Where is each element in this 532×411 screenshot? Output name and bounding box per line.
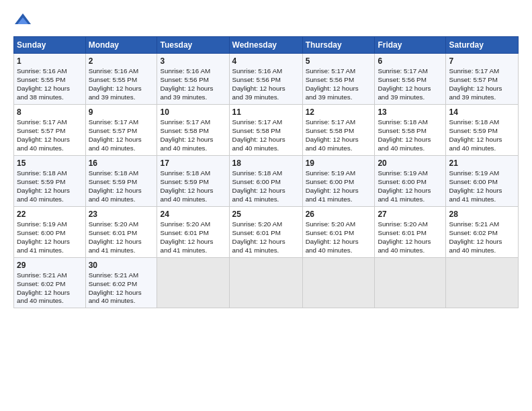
day-info: Sunrise: 5:21 AM Sunset: 6:02 PM Dayligh… [17,271,83,306]
col-friday: Friday [375,37,446,54]
page: Sunday Monday Tuesday Wednesday Thursday… [0,0,532,411]
day-number: 28 [449,209,515,220]
table-row: 11Sunrise: 5:17 AM Sunset: 5:58 PM Dayli… [229,104,302,155]
day-number: 1 [17,56,83,66]
table-row: 19Sunrise: 5:19 AM Sunset: 6:00 PM Dayli… [302,155,375,206]
table-row: 26Sunrise: 5:20 AM Sunset: 6:01 PM Dayli… [302,206,375,257]
day-info: Sunrise: 5:17 AM Sunset: 5:56 PM Dayligh… [306,67,372,102]
day-number: 18 [232,158,300,169]
table-row: 9Sunrise: 5:17 AM Sunset: 5:57 PM Daylig… [85,104,157,155]
day-info: Sunrise: 5:20 AM Sunset: 6:01 PM Dayligh… [89,220,154,255]
calendar: Sunday Monday Tuesday Wednesday Thursday… [13,36,519,308]
table-row [446,257,519,308]
table-row: 27Sunrise: 5:20 AM Sunset: 6:01 PM Dayli… [375,206,446,257]
table-row: 29Sunrise: 5:21 AM Sunset: 6:02 PM Dayli… [14,257,86,308]
day-info: Sunrise: 5:20 AM Sunset: 6:01 PM Dayligh… [378,220,443,255]
day-info: Sunrise: 5:18 AM Sunset: 5:59 PM Dayligh… [89,169,154,204]
table-row [157,257,229,308]
day-info: Sunrise: 5:18 AM Sunset: 5:59 PM Dayligh… [17,169,83,204]
day-number: 4 [232,56,300,66]
table-row [229,257,302,308]
table-row: 12Sunrise: 5:17 AM Sunset: 5:58 PM Dayli… [302,104,375,155]
table-row: 10Sunrise: 5:17 AM Sunset: 5:58 PM Dayli… [157,104,229,155]
col-monday: Monday [85,37,157,54]
table-row: 2Sunrise: 5:16 AM Sunset: 5:55 PM Daylig… [85,54,157,105]
table-row: 15Sunrise: 5:18 AM Sunset: 5:59 PM Dayli… [14,155,86,206]
table-row [375,257,446,308]
day-info: Sunrise: 5:18 AM Sunset: 5:59 PM Dayligh… [160,169,226,204]
day-info: Sunrise: 5:20 AM Sunset: 6:01 PM Dayligh… [306,220,372,255]
day-info: Sunrise: 5:21 AM Sunset: 6:02 PM Dayligh… [449,220,515,255]
day-info: Sunrise: 5:20 AM Sunset: 6:01 PM Dayligh… [232,220,300,255]
logo-icon [13,11,32,30]
table-row: 24Sunrise: 5:20 AM Sunset: 6:01 PM Dayli… [157,206,229,257]
day-number: 25 [232,209,300,220]
day-info: Sunrise: 5:16 AM Sunset: 5:55 PM Dayligh… [89,67,154,102]
table-row: 23Sunrise: 5:20 AM Sunset: 6:01 PM Dayli… [85,206,157,257]
day-info: Sunrise: 5:20 AM Sunset: 6:01 PM Dayligh… [160,220,226,255]
logo [13,11,35,30]
col-saturday: Saturday [446,37,519,54]
day-number: 17 [160,158,226,169]
table-row: 4Sunrise: 5:16 AM Sunset: 5:56 PM Daylig… [229,54,302,105]
day-number: 12 [306,107,372,118]
day-number: 30 [89,260,154,271]
table-row: 18Sunrise: 5:18 AM Sunset: 6:00 PM Dayli… [229,155,302,206]
calendar-week-5: 29Sunrise: 5:21 AM Sunset: 6:02 PM Dayli… [14,257,519,308]
table-row: 13Sunrise: 5:18 AM Sunset: 5:58 PM Dayli… [375,104,446,155]
table-row: 22Sunrise: 5:19 AM Sunset: 6:00 PM Dayli… [14,206,86,257]
table-row: 5Sunrise: 5:17 AM Sunset: 5:56 PM Daylig… [302,54,375,105]
table-row: 30Sunrise: 5:21 AM Sunset: 6:02 PM Dayli… [85,257,157,308]
day-number: 2 [89,56,154,66]
day-number: 16 [89,158,154,169]
day-info: Sunrise: 5:18 AM Sunset: 5:59 PM Dayligh… [449,118,515,153]
table-row: 6Sunrise: 5:17 AM Sunset: 5:56 PM Daylig… [375,54,446,105]
day-info: Sunrise: 5:17 AM Sunset: 5:58 PM Dayligh… [160,118,226,153]
table-row: 7Sunrise: 5:17 AM Sunset: 5:57 PM Daylig… [446,54,519,105]
day-info: Sunrise: 5:19 AM Sunset: 6:00 PM Dayligh… [306,169,372,204]
day-number: 6 [378,56,443,66]
day-number: 13 [378,107,443,118]
day-number: 5 [306,56,372,66]
day-number: 20 [378,158,443,169]
day-info: Sunrise: 5:16 AM Sunset: 5:55 PM Dayligh… [17,67,83,102]
day-info: Sunrise: 5:17 AM Sunset: 5:57 PM Dayligh… [17,118,83,153]
table-row: 28Sunrise: 5:21 AM Sunset: 6:02 PM Dayli… [446,206,519,257]
table-row: 8Sunrise: 5:17 AM Sunset: 5:57 PM Daylig… [14,104,86,155]
day-info: Sunrise: 5:19 AM Sunset: 6:00 PM Dayligh… [449,169,515,204]
day-number: 8 [17,107,83,118]
day-info: Sunrise: 5:16 AM Sunset: 5:56 PM Dayligh… [160,67,226,102]
day-number: 29 [17,260,83,271]
day-info: Sunrise: 5:17 AM Sunset: 5:58 PM Dayligh… [306,118,372,153]
day-number: 27 [378,209,443,220]
calendar-week-4: 22Sunrise: 5:19 AM Sunset: 6:00 PM Dayli… [14,206,519,257]
table-row: 16Sunrise: 5:18 AM Sunset: 5:59 PM Dayli… [85,155,157,206]
table-row: 1Sunrise: 5:16 AM Sunset: 5:55 PM Daylig… [14,54,86,105]
day-number: 7 [449,56,515,66]
day-number: 11 [232,107,300,118]
table-row: 14Sunrise: 5:18 AM Sunset: 5:59 PM Dayli… [446,104,519,155]
day-number: 23 [89,209,154,220]
day-info: Sunrise: 5:17 AM Sunset: 5:58 PM Dayligh… [232,118,300,153]
calendar-week-1: 1Sunrise: 5:16 AM Sunset: 5:55 PM Daylig… [14,54,519,105]
table-row: 21Sunrise: 5:19 AM Sunset: 6:00 PM Dayli… [446,155,519,206]
col-tuesday: Tuesday [157,37,229,54]
day-number: 14 [449,107,515,118]
day-info: Sunrise: 5:21 AM Sunset: 6:02 PM Dayligh… [89,271,154,306]
table-row: 25Sunrise: 5:20 AM Sunset: 6:01 PM Dayli… [229,206,302,257]
table-row: 3Sunrise: 5:16 AM Sunset: 5:56 PM Daylig… [157,54,229,105]
header [13,11,519,30]
day-info: Sunrise: 5:18 AM Sunset: 5:58 PM Dayligh… [378,118,443,153]
day-info: Sunrise: 5:17 AM Sunset: 5:57 PM Dayligh… [89,118,154,153]
day-info: Sunrise: 5:18 AM Sunset: 6:00 PM Dayligh… [232,169,300,204]
col-wednesday: Wednesday [229,37,302,54]
col-thursday: Thursday [302,37,375,54]
day-info: Sunrise: 5:17 AM Sunset: 5:56 PM Dayligh… [378,67,443,102]
calendar-header-row: Sunday Monday Tuesday Wednesday Thursday… [14,37,519,54]
day-number: 3 [160,56,226,66]
col-sunday: Sunday [14,37,86,54]
day-number: 22 [17,209,83,220]
day-number: 9 [89,107,154,118]
table-row [302,257,375,308]
day-info: Sunrise: 5:17 AM Sunset: 5:57 PM Dayligh… [449,67,515,102]
